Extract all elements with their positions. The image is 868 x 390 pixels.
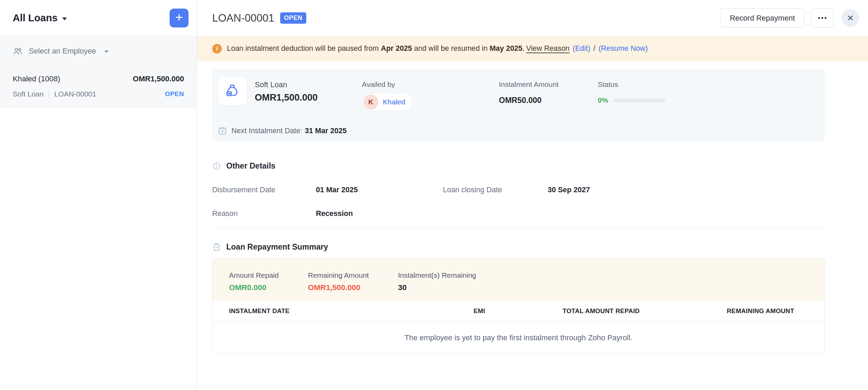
app: All Loans + Select an Employee Khaled (1…	[0, 0, 868, 390]
employee-pill[interactable]: K Khaled	[362, 93, 413, 111]
detail-content: Soft Loan OMR1,500.000 Availed by K Khal…	[197, 61, 868, 354]
banner-period: .	[523, 44, 525, 53]
stat-value: OMR0.000	[229, 283, 279, 292]
sidebar-header: All Loans +	[0, 0, 197, 36]
repayment-summary-heading: Loan Repayment Summary	[212, 242, 825, 252]
info-icon: i	[212, 44, 222, 54]
pause-notice-banner: i Loan instalment deduction will be paus…	[197, 36, 868, 61]
detail-header: LOAN-00001 OPEN Record Repayment ••• ✕	[197, 0, 868, 36]
loan-item-status: OPEN	[165, 90, 184, 98]
divider	[49, 90, 49, 98]
loan-summary-card: Soft Loan OMR1,500.000 Availed by K Khal…	[212, 69, 825, 141]
instalment-amount-block: Instalment Amount OMR50.000	[499, 76, 598, 105]
next-instalment-date: 31 Mar 2025	[305, 127, 347, 135]
section-divider	[212, 228, 825, 229]
stat-label: Instalment(s) Remaining	[398, 271, 476, 279]
column-header: REMAINING AMOUNT	[640, 307, 794, 315]
availed-by-block: Availed by K Khaled	[362, 76, 499, 111]
stat-label: Amount Repaid	[229, 271, 279, 279]
more-options-button[interactable]: •••	[811, 8, 833, 28]
chevron-down-icon	[104, 50, 108, 53]
banner-text-middle: and will be resumed in	[412, 44, 490, 53]
stat-label: Remaining Amount	[308, 271, 369, 279]
next-instalment-row: Next Instalment Date: 31 Mar 2025	[212, 120, 825, 141]
other-details-section: Other Details Disbursement Date 01 Mar 2…	[212, 161, 825, 218]
next-instalment-label: Next Instalment Date:	[231, 127, 302, 135]
other-details-title: Other Details	[226, 161, 275, 171]
loan-detail-panel: LOAN-00001 OPEN Record Repayment ••• ✕ i…	[197, 0, 868, 390]
loan-item-employee: Khaled (1008)	[13, 74, 60, 83]
detail-value: Recession	[316, 209, 443, 218]
repayment-table-header: INSTALMENT DATE EMI TOTAL AMOUNT REPAID …	[213, 300, 824, 322]
plus-icon: +	[175, 11, 183, 24]
close-button[interactable]: ✕	[842, 9, 859, 27]
status-badge: OPEN	[280, 12, 306, 24]
availed-by-label: Availed by	[362, 80, 499, 89]
repayment-stats: Amount Repaid OMR0.000 Remaining Amount …	[213, 259, 824, 300]
loans-filter-dropdown[interactable]: All Loans	[13, 12, 67, 24]
repayment-summary-section: Loan Repayment Summary Amount Repaid OMR…	[212, 242, 825, 354]
employee-filter-dropdown[interactable]: Select an Employee	[0, 36, 197, 66]
record-repayment-button[interactable]: Record Repayment	[720, 8, 804, 28]
loan-item-row-primary: Khaled (1008) OMR1,500.000	[13, 74, 184, 83]
detail-label: Loan closing Date	[443, 186, 548, 194]
other-details-heading: Other Details	[212, 161, 825, 171]
clipboard-check-icon	[212, 243, 221, 252]
loan-item-id: LOAN-00001	[54, 90, 96, 98]
column-header: TOTAL AMOUNT REPAID	[485, 307, 640, 315]
stat-value: OMR1,500.000	[308, 283, 369, 292]
loan-summary-top: Soft Loan OMR1,500.000 Availed by K Khal…	[212, 69, 825, 120]
people-icon	[13, 46, 23, 56]
ellipsis-icon: •••	[818, 14, 828, 22]
repayment-summary-card: Amount Repaid OMR0.000 Remaining Amount …	[212, 259, 825, 354]
view-reason-link[interactable]: View Reason	[526, 44, 570, 53]
column-header: INSTALMENT DATE	[229, 307, 331, 315]
progress-bar	[614, 99, 665, 102]
stat-remaining-amount: Remaining Amount OMR1,500.000	[308, 271, 369, 292]
resume-now-link[interactable]: (Resume Now)	[598, 44, 648, 53]
loan-item-row-secondary: Soft Loan LOAN-00001 OPEN	[13, 90, 184, 98]
detail-label: Disbursement Date	[212, 186, 316, 194]
progress-percent: 0%	[598, 96, 608, 104]
instalment-amount-label: Instalment Amount	[499, 80, 598, 89]
info-badge-icon	[212, 162, 221, 171]
loan-amount: OMR1,500.000	[255, 92, 362, 103]
loans-sidebar: All Loans + Select an Employee Khaled (1…	[0, 0, 197, 390]
detail-value: 30 Sep 2027	[548, 186, 825, 194]
banner-paused-month: Apr 2025	[381, 44, 412, 53]
add-loan-button[interactable]: +	[170, 9, 189, 27]
detail-label: Reason	[212, 209, 316, 218]
stat-amount-repaid: Amount Repaid OMR0.000	[229, 271, 279, 292]
loan-icon-box	[218, 76, 247, 106]
banner-resume-month: May 2025	[490, 44, 523, 53]
loan-type-label: Soft Loan	[255, 80, 362, 89]
edit-link[interactable]: (Edit)	[573, 44, 590, 53]
column-header: EMI	[331, 307, 485, 315]
avatar: K	[363, 94, 378, 110]
other-details-grid: Disbursement Date 01 Mar 2025 Loan closi…	[212, 186, 825, 218]
page-title: LOAN-00001	[212, 12, 274, 24]
stat-instalments-remaining: Instalment(s) Remaining 30	[398, 271, 476, 292]
repayment-summary-title: Loan Repayment Summary	[226, 242, 328, 252]
status-block: Status 0%	[598, 76, 818, 104]
loan-type-amount: Soft Loan OMR1,500.000	[255, 76, 362, 103]
chevron-down-icon	[62, 18, 67, 20]
loan-item-type: Soft Loan	[13, 90, 44, 98]
loan-list-item[interactable]: Khaled (1008) OMR1,500.000 Soft Loan LOA…	[0, 66, 197, 107]
employee-filter-label: Select an Employee	[29, 47, 96, 56]
link-separator: /	[593, 44, 595, 53]
sidebar-title: All Loans	[13, 12, 58, 24]
employee-name-link: Khaled	[383, 98, 405, 106]
status-label: Status	[598, 80, 818, 89]
empty-state-message: The employee is yet to pay the first ins…	[213, 322, 824, 354]
detail-value: 01 Mar 2025	[316, 186, 443, 194]
loan-item-amount: OMR1,500.000	[133, 74, 184, 83]
money-bag-icon	[224, 83, 241, 99]
header-actions: Record Repayment ••• ✕	[720, 8, 859, 28]
banner-text: Loan instalment deduction will be paused…	[227, 44, 648, 53]
instalment-amount-value: OMR50.000	[499, 96, 598, 105]
banner-text-prefix: Loan instalment deduction will be paused…	[227, 44, 381, 53]
stat-value: 30	[398, 283, 476, 292]
calendar-next-icon	[218, 126, 227, 136]
close-icon: ✕	[847, 13, 854, 23]
